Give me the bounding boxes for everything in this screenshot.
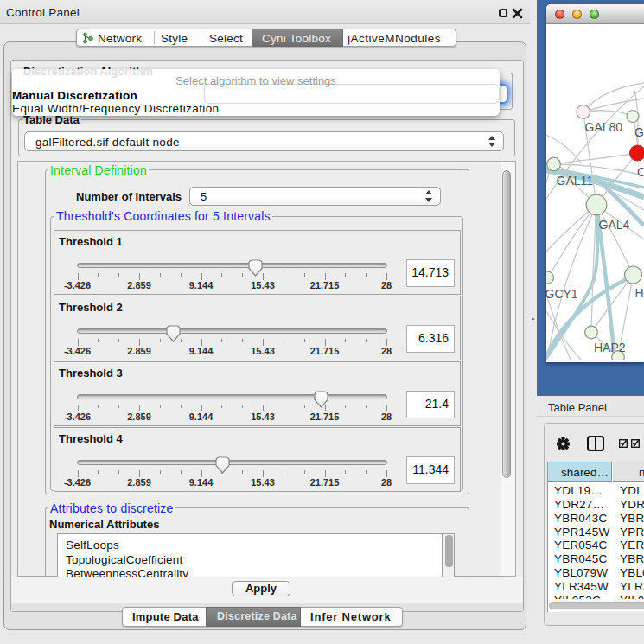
svg-text:GCY1: GCY1 — [546, 287, 578, 301]
svg-text:GAL4: GAL4 — [599, 218, 630, 232]
svg-text:CD: CD — [637, 165, 644, 179]
svg-text:HI: HI — [635, 286, 644, 300]
svg-text:GAL1: GAL1 — [634, 125, 644, 139]
svg-text:GAL11: GAL11 — [557, 174, 594, 188]
svg-text:GAL80: GAL80 — [585, 120, 623, 134]
svg-text:HAP2: HAP2 — [594, 341, 626, 354]
